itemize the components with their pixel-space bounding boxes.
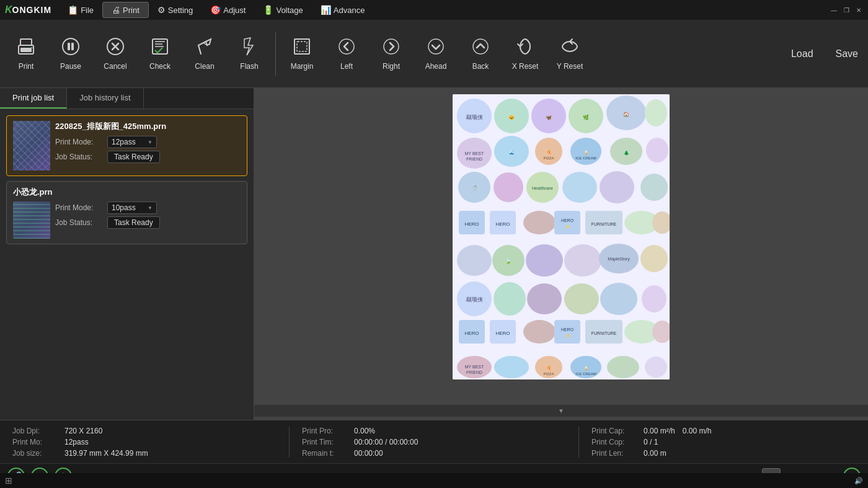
ahead-icon <box>426 37 446 60</box>
tab-print-job-label: Print job list <box>12 93 54 102</box>
status-len-label: Print Len: <box>591 449 641 458</box>
x-reset-icon <box>515 37 535 60</box>
pause-button[interactable]: Pause <box>50 26 92 82</box>
volume-icon[interactable]: 🔊 <box>854 477 863 485</box>
svg-point-71 <box>564 244 601 277</box>
svg-rect-6 <box>71 43 74 50</box>
svg-text:HERO: HERO <box>464 331 479 336</box>
nav-voltage[interactable]: 🔋 Voltage <box>254 2 311 17</box>
svg-text:HERO: HERO <box>561 218 574 223</box>
status-dpi-row: Job Dpi: 720 X 2160 <box>12 427 277 435</box>
left-button[interactable]: Left <box>326 26 368 82</box>
check-button[interactable]: Check <box>139 26 181 82</box>
taskbar: ⊞ 🔊 <box>0 473 868 488</box>
job-status-label-1: Job Status: <box>55 153 105 161</box>
right-label: Right <box>383 62 400 71</box>
svg-text:FRIEND: FRIEND <box>466 370 482 375</box>
save-button[interactable]: Save <box>831 46 863 62</box>
status-divider-2 <box>578 427 579 458</box>
svg-point-77 <box>494 282 526 316</box>
tab-print-job-list[interactable]: Print job list <box>0 88 67 109</box>
svg-point-80 <box>600 283 637 315</box>
svg-point-46 <box>646 138 668 162</box>
svg-text:ICE CREAM: ICE CREAM <box>575 372 596 376</box>
job-fields-2: Print Mode: 10pass ▼ Job Status: Task Re… <box>55 202 241 231</box>
margin-icon <box>292 37 312 60</box>
taskbar-right: 🔊 <box>854 477 863 485</box>
job-card-1[interactable]: 220825_排版新图_425mm.prn Print Mode: 12pass… <box>6 115 247 176</box>
toolbar-separator-1 <box>275 32 276 76</box>
job-mode-label-2: Print Mode: <box>55 203 105 212</box>
check-label: Check <box>149 62 170 71</box>
cancel-button[interactable]: Cancel <box>94 26 136 82</box>
svg-point-67 <box>457 245 492 276</box>
status-col-1: Job Dpi: 720 X 2160 Print Mo: 12pass Job… <box>12 427 277 458</box>
svg-point-54 <box>640 174 668 201</box>
ahead-label: Ahead <box>425 62 447 71</box>
advance-icon: 📊 <box>321 5 331 15</box>
pause-label: Pause <box>60 62 81 71</box>
status-cop-label: Print Cop: <box>591 438 641 446</box>
nav-adjust[interactable]: 🎯 Adjust <box>202 2 254 17</box>
dropdown-arrow-2: ▼ <box>148 205 153 211</box>
svg-point-78 <box>527 283 562 314</box>
status-dpi-value: 720 X 2160 <box>64 427 102 435</box>
load-button[interactable]: Load <box>786 46 818 62</box>
job-card-2[interactable]: 小恐龙.prn Print Mode: 10pass ▼ <box>6 181 247 244</box>
windows-icon[interactable]: ⊞ <box>5 476 12 486</box>
nav-advance-label: Advance <box>334 6 365 15</box>
ahead-button[interactable]: Ahead <box>415 26 457 82</box>
restore-button[interactable]: ❐ <box>842 6 851 14</box>
right-button[interactable]: Right <box>370 26 412 82</box>
svg-point-18 <box>384 39 399 54</box>
status-time-label: Print Tim: <box>302 438 352 446</box>
status-remain-row: Remain t: 00:00:00 <box>302 449 566 458</box>
nav-setting-label: Setting <box>168 6 193 15</box>
status-size-value: 319.97 mm X 424.99 mm <box>64 449 148 458</box>
nav-setting[interactable]: ⚙ Setting <box>149 2 202 17</box>
y-reset-icon <box>560 37 580 60</box>
job-mode-value-2[interactable]: 10pass ▼ <box>107 202 157 214</box>
nav-menu: 📋 File 🖨 Print ⚙ Setting 🎯 Adjust 🔋 Volt… <box>59 2 373 18</box>
nav-file[interactable]: 📋 File <box>59 2 102 17</box>
svg-text:颛顼侠: 颛顼侠 <box>466 114 483 120</box>
svg-point-81 <box>642 285 666 313</box>
job-mode-value-1[interactable]: 12pass ▼ <box>107 136 157 148</box>
svg-point-104 <box>607 356 639 378</box>
svg-point-19 <box>428 39 443 54</box>
svg-text:🦋: 🦋 <box>546 114 552 120</box>
status-remain-label: Remain t: <box>302 449 352 458</box>
svg-text:FURNITURE: FURNITURE <box>591 222 617 226</box>
svg-text:🏠: 🏠 <box>623 111 629 117</box>
svg-point-59 <box>523 211 556 234</box>
status-cap-value: 0.00 m²/h <box>644 427 675 435</box>
margin-button[interactable]: Margin <box>281 26 323 82</box>
clean-button[interactable]: Clean <box>184 26 226 82</box>
flash-button[interactable]: Flash <box>228 26 270 82</box>
status-bar: Job Dpi: 720 X 2160 Print Mo: 12pass Job… <box>0 420 868 463</box>
nav-file-label: File <box>81 6 94 15</box>
svg-text:🐱: 🐱 <box>508 114 515 120</box>
tab-job-history-label: Job history list <box>79 93 130 102</box>
x-reset-button[interactable]: X Reset <box>504 26 546 82</box>
tab-job-history-list[interactable]: Job history list <box>67 88 143 109</box>
close-button[interactable]: ✕ <box>854 6 863 14</box>
minimize-button[interactable]: — <box>830 6 838 14</box>
nav-advance[interactable]: 📊 Advance <box>312 2 374 17</box>
y-reset-button[interactable]: Y Reset <box>549 26 591 82</box>
status-len-value: 0.00 m <box>644 449 666 458</box>
scroll-indicator[interactable]: ▼ <box>254 404 868 417</box>
status-cap-value2: 0.00 m/h <box>683 427 712 435</box>
status-progress-row: Print Pro: 0.00% <box>302 427 566 435</box>
x-reset-label: X Reset <box>512 62 539 71</box>
svg-text:🍃: 🍃 <box>505 258 512 264</box>
print-button[interactable]: Print <box>5 26 47 82</box>
back-button[interactable]: Back <box>459 26 502 82</box>
svg-text:FRIEND: FRIEND <box>466 157 482 161</box>
nav-print[interactable]: 🖨 Print <box>102 2 149 18</box>
job-status-label-2: Job Status: <box>55 218 105 227</box>
logo-text: ONGKIM <box>12 5 52 15</box>
setting-icon: ⚙ <box>157 5 166 15</box>
voltage-icon: 🔋 <box>263 5 273 15</box>
status-time-value: 00:00:00 / 00:00:00 <box>354 438 418 446</box>
